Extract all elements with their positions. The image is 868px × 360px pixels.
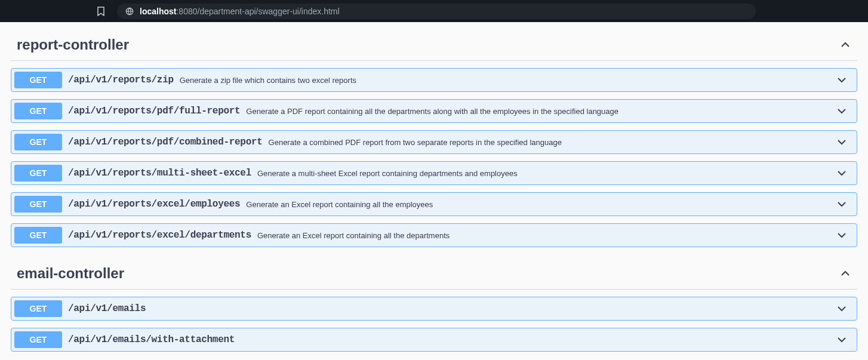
endpoint-description: Generate an Excel report containing all … — [257, 231, 830, 240]
endpoint-row[interactable]: GET /api/v1/emails — [11, 297, 857, 321]
endpoint-row[interactable]: GET /api/v1/reports/multi-sheet-excel Ge… — [11, 161, 857, 185]
url-bar[interactable]: localhost:8080/department-api/swagger-ui… — [117, 4, 756, 19]
endpoint-description: Generate a combined PDF report from two … — [269, 138, 830, 147]
method-badge: GET — [14, 72, 62, 88]
section-header-email-controller[interactable]: email-controller — [11, 259, 857, 290]
endpoint-path: /api/v1/reports/excel/departments — [62, 230, 257, 241]
method-badge: GET — [14, 165, 62, 181]
endpoint-path: /api/v1/reports/multi-sheet-excel — [62, 168, 257, 179]
endpoint-row[interactable]: GET /api/v1/emails/with-attachment — [11, 328, 857, 352]
endpoint-path: /api/v1/emails — [62, 303, 152, 314]
swagger-content: report-controller GET /api/v1/reports/zi… — [0, 22, 868, 360]
endpoint-description: Generate a zip file which contains two e… — [180, 76, 830, 85]
chevron-down-icon — [830, 334, 854, 346]
section-header-report-controller[interactable]: report-controller — [11, 30, 857, 61]
endpoint-path: /api/v1/reports/pdf/combined-report — [62, 137, 269, 147]
endpoint-path: /api/v1/reports/zip — [62, 75, 180, 85]
method-badge: GET — [14, 300, 62, 317]
method-badge: GET — [14, 227, 62, 244]
chevron-up-icon — [839, 39, 857, 51]
method-badge: GET — [14, 103, 62, 119]
method-badge: GET — [14, 331, 62, 348]
endpoint-path: /api/v1/reports/pdf/full-report — [62, 106, 246, 116]
url-text: localhost:8080/department-api/swagger-ui… — [140, 7, 340, 16]
chevron-down-icon — [830, 167, 854, 179]
endpoint-path: /api/v1/emails/with-attachment — [62, 334, 241, 345]
endpoint-path: /api/v1/reports/excel/employees — [62, 199, 246, 210]
method-badge: GET — [14, 134, 62, 150]
bookmark-icon[interactable] — [97, 7, 105, 16]
endpoint-row[interactable]: GET /api/v1/reports/excel/employees Gene… — [11, 192, 857, 216]
browser-bar: localhost:8080/department-api/swagger-ui… — [0, 0, 868, 22]
chevron-down-icon — [830, 229, 854, 241]
chevron-down-icon — [830, 136, 854, 148]
endpoint-description: Generate a multi-sheet Excel report cont… — [257, 169, 830, 178]
chevron-down-icon — [830, 303, 854, 315]
endpoint-row[interactable]: GET /api/v1/reports/pdf/combined-report … — [11, 130, 857, 154]
method-badge: GET — [14, 196, 62, 213]
globe-icon — [125, 7, 134, 16]
endpoint-description: Generate an Excel report containing all … — [246, 200, 830, 209]
chevron-up-icon — [839, 267, 857, 279]
section-title: email-controller — [17, 265, 124, 282]
chevron-down-icon — [830, 74, 854, 86]
endpoint-row[interactable]: GET /api/v1/reports/pdf/full-report Gene… — [11, 99, 857, 123]
endpoint-description: Generate a PDF report containing all the… — [246, 107, 830, 116]
chevron-down-icon — [830, 105, 854, 117]
endpoint-row[interactable]: GET /api/v1/reports/zip Generate a zip f… — [11, 68, 857, 92]
endpoint-row[interactable]: GET /api/v1/reports/excel/departments Ge… — [11, 223, 857, 247]
chevron-down-icon — [830, 198, 854, 210]
section-title: report-controller — [17, 36, 129, 53]
